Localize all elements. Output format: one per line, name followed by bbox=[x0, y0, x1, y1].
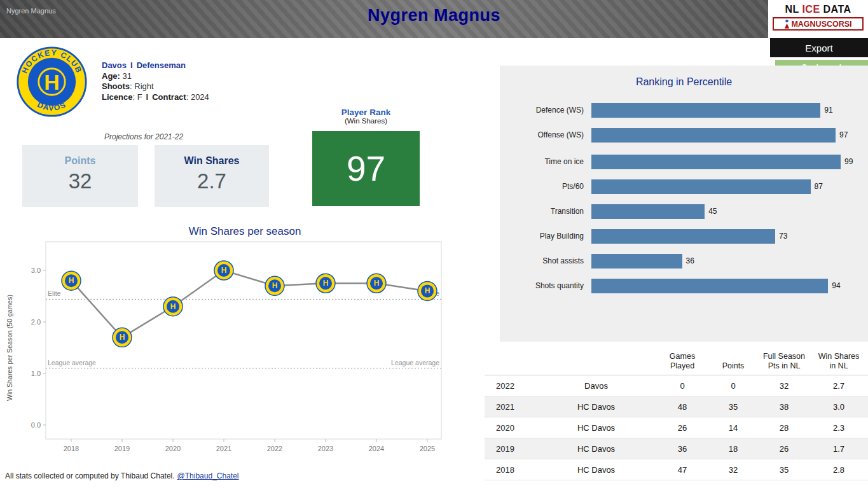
percentile-category-label: Time on ice bbox=[507, 157, 591, 166]
table-cell-games: 26 bbox=[657, 423, 708, 433]
percentile-value: 87 bbox=[815, 182, 823, 191]
svg-text:Elite: Elite bbox=[48, 289, 61, 297]
percentile-bar bbox=[591, 254, 682, 268]
percentile-category-label: Defence (WS) bbox=[507, 106, 591, 115]
season-history-table: Games PlayedPointsFull Season Pts in NLW… bbox=[485, 349, 868, 480]
svg-text:H: H bbox=[425, 286, 431, 295]
player-rank-label: Player Rank (Win Shares) bbox=[312, 108, 420, 125]
percentile-bar bbox=[591, 128, 836, 143]
percentile-value: 99 bbox=[844, 157, 853, 166]
player-rank-value: 97 bbox=[347, 148, 385, 189]
percentile-category-label: Shots quantity bbox=[507, 281, 591, 290]
table-cell-points: 18 bbox=[708, 444, 759, 454]
svg-text:3.0: 3.0 bbox=[31, 267, 41, 274]
percentile-bars: Defence (WS)91Offense (WS)97Time on ice9… bbox=[500, 102, 868, 294]
percentile-bar bbox=[591, 155, 841, 169]
percentile-value: 36 bbox=[686, 256, 694, 265]
table-header-cell: Points bbox=[708, 361, 759, 371]
table-cell-games: 36 bbox=[657, 444, 708, 454]
percentile-row: Offense (WS)97 bbox=[507, 127, 868, 143]
brand-ice: ICE bbox=[802, 4, 820, 15]
footer-text: All stats collected or computed by Thiba… bbox=[5, 471, 175, 480]
table-cell-team: HC Davos bbox=[535, 465, 657, 475]
table-cell-year: 2019 bbox=[485, 444, 535, 454]
percentile-bar bbox=[591, 179, 811, 194]
table-header-cell: Win Shares in NL bbox=[809, 352, 868, 371]
page-title: Nygren Magnus bbox=[0, 6, 868, 25]
table-cell-year: 2020 bbox=[485, 423, 535, 433]
svg-text:2019: 2019 bbox=[114, 445, 130, 452]
export-button[interactable]: Export bbox=[770, 38, 868, 57]
svg-text:League average: League average bbox=[391, 359, 439, 366]
hc-davos-logo-svg: HOCKEY CLUB DAVOS H bbox=[16, 46, 88, 118]
svg-text:2022: 2022 bbox=[267, 445, 282, 452]
svg-text:H: H bbox=[120, 333, 125, 342]
percentile-value: 73 bbox=[779, 232, 787, 241]
table-cell-year: 2018 bbox=[485, 465, 535, 475]
percentile-bar bbox=[591, 229, 775, 244]
points-value: 32 bbox=[22, 169, 138, 193]
player-rank-label-line1: Player Rank bbox=[312, 108, 420, 117]
percentile-value: 91 bbox=[824, 106, 832, 115]
table-cell-year: 2022 bbox=[485, 381, 535, 391]
table-cell-full_season: 26 bbox=[759, 444, 809, 454]
brand-logo: NL ICE DATA MAGNUSCORSI bbox=[768, 0, 868, 38]
player-team: Davos bbox=[102, 60, 127, 70]
table-row: 2022Davos00322.7 bbox=[485, 375, 868, 396]
svg-text:H: H bbox=[323, 279, 329, 288]
player-team-position: DavosIDefenseman bbox=[102, 60, 209, 71]
svg-text:2023: 2023 bbox=[318, 445, 333, 452]
percentile-value: 97 bbox=[839, 130, 848, 139]
table-row: 2018HC Davos4732352.8 bbox=[485, 459, 868, 480]
table-cell-team: HC Davos bbox=[535, 402, 657, 412]
win-shares-label: Win Shares bbox=[155, 155, 269, 167]
projections-heading: Projections for 2021-22 bbox=[104, 132, 183, 141]
logo-letter: H bbox=[44, 70, 59, 94]
percentile-row: Pts/6087 bbox=[507, 178, 868, 195]
percentile-bar bbox=[591, 103, 820, 118]
table-cell-games: 0 bbox=[657, 381, 708, 391]
y-axis-label: Win Shares per Season (50 games) bbox=[4, 241, 15, 456]
brand-line1: NL ICE DATA bbox=[773, 4, 864, 15]
dashboard: Nygren Magnus Nygren Magnus NL ICE DATA … bbox=[0, 0, 868, 488]
svg-text:2021: 2021 bbox=[216, 445, 231, 452]
table-cell-games: 47 bbox=[657, 465, 708, 475]
table-row: 2021HC Davos4835383.0 bbox=[485, 396, 868, 417]
table-cell-win_shares: 2.3 bbox=[809, 423, 868, 433]
table-cell-full_season: 35 bbox=[759, 465, 809, 475]
table-cell-points: 0 bbox=[708, 381, 759, 391]
twitter-link[interactable]: @Thibaud_Chatel bbox=[177, 471, 239, 480]
points-label: Points bbox=[22, 155, 138, 167]
svg-text:H: H bbox=[170, 302, 176, 311]
hc-davos-logo: HOCKEY CLUB DAVOS H bbox=[16, 46, 88, 118]
table-cell-team: HC Davos bbox=[535, 444, 657, 454]
svg-text:2025: 2025 bbox=[420, 445, 435, 452]
percentile-row: Time on ice99 bbox=[507, 153, 868, 170]
brand-nl: NL bbox=[785, 4, 799, 15]
table-cell-games: 48 bbox=[657, 402, 708, 412]
player-rank-label-line2: (Win Shares) bbox=[312, 117, 420, 125]
svg-text:H: H bbox=[69, 276, 74, 285]
player-info: DavosIDefenseman Age: 31 Shoots: Right L… bbox=[102, 60, 209, 102]
brand-magnuscorsi: MAGNUSCORSI bbox=[773, 17, 864, 31]
player-shoots: Shoots: Right bbox=[102, 81, 209, 92]
percentile-panel: Ranking in Percentile Defence (WS)91Offe… bbox=[500, 66, 868, 342]
svg-text:2020: 2020 bbox=[165, 445, 181, 452]
table-cell-full_season: 28 bbox=[759, 423, 809, 433]
svg-text:0.0: 0.0 bbox=[31, 421, 41, 429]
percentile-row: Play Building73 bbox=[507, 228, 868, 244]
player-licence-contract: Licence: FIContract: 2024 bbox=[102, 92, 209, 103]
percentile-category-label: Offense (WS) bbox=[507, 130, 591, 139]
brand-data: DATA bbox=[823, 4, 851, 15]
table-header-cell: Full Season Pts in NL bbox=[759, 352, 809, 371]
table-cell-points: 35 bbox=[708, 402, 759, 412]
percentile-category-label: Pts/60 bbox=[507, 182, 591, 191]
win-shares-value: 2.7 bbox=[155, 169, 269, 193]
table-header-row: Games PlayedPointsFull Season Pts in NLW… bbox=[485, 349, 868, 375]
table-body: 2022Davos00322.72021HC Davos4835383.0202… bbox=[485, 375, 868, 480]
table-cell-full_season: 32 bbox=[759, 381, 809, 391]
svg-text:H: H bbox=[221, 266, 227, 275]
percentile-row: Shot assists36 bbox=[507, 253, 868, 269]
header-bar: Nygren Magnus Nygren Magnus NL ICE DATA … bbox=[0, 0, 868, 38]
percentile-chart-title: Ranking in Percentile bbox=[500, 66, 868, 88]
